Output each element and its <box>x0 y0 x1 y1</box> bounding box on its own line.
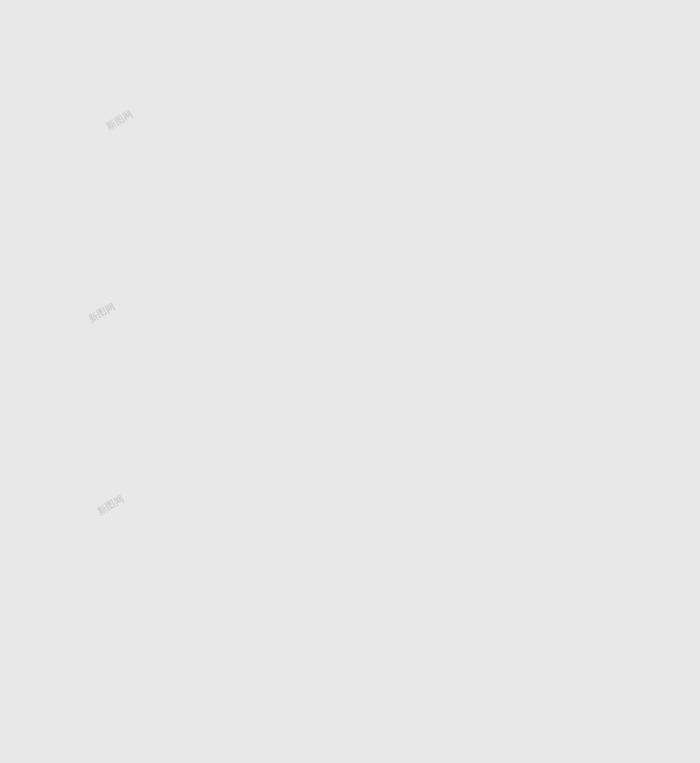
watermark3: 新图网 <box>94 493 126 518</box>
watermark2: 新图网 <box>86 300 117 326</box>
watermark1: 新图网 <box>103 108 135 133</box>
